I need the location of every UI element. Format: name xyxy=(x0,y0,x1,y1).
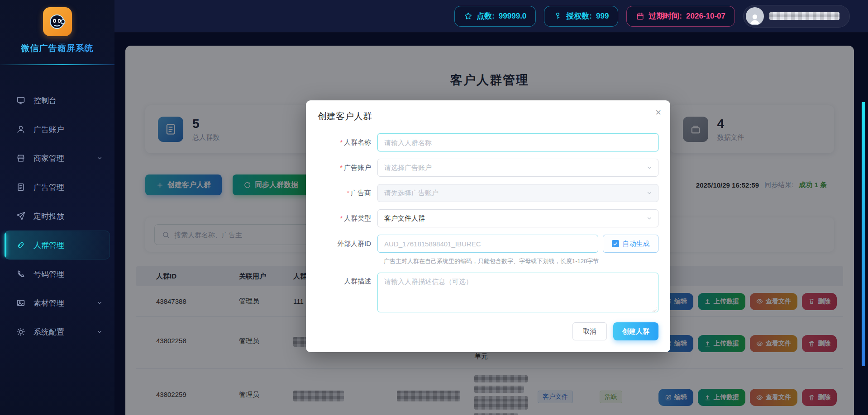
points-badge: 点数: 99999.0 xyxy=(454,6,536,27)
app-title: 微信广告霸屏系统 xyxy=(0,42,114,54)
sidebar-item-label: 广告管理 xyxy=(33,182,64,193)
sidebar-item-number-management[interactable]: 号码管理 xyxy=(5,259,110,288)
auto-generate-toggle[interactable]: 自动生成 xyxy=(603,235,658,253)
field-label: 人群描述 xyxy=(344,277,371,285)
phone-icon xyxy=(16,269,25,278)
image-icon xyxy=(16,298,25,307)
field-external-id: 外部人群ID 自动生成 xyxy=(318,235,658,253)
points-label: 点数: xyxy=(477,11,495,21)
sidebar: 微信广告霸屏系统 控制台 广告账户 商家管理 广告管理 定时投放 人群管理 xyxy=(0,0,114,415)
field-label: 人群名称 xyxy=(344,138,371,146)
person-icon xyxy=(748,12,762,25)
sidebar-item-label: 系统配置 xyxy=(33,327,64,337)
select-placeholder: 请先选择广告账户 xyxy=(384,189,439,198)
field-description: 人群描述 xyxy=(318,273,658,314)
chevron-down-icon xyxy=(96,300,103,306)
gear-icon xyxy=(16,327,25,336)
shop-icon xyxy=(16,154,25,163)
sidebar-item-scheduled-delivery[interactable]: 定时投放 xyxy=(5,202,110,231)
send-icon xyxy=(16,212,25,221)
sidebar-item-material-management[interactable]: 素材管理 xyxy=(5,288,110,317)
calendar-icon xyxy=(636,12,644,20)
sidebar-item-ad-management[interactable]: 广告管理 xyxy=(5,173,110,202)
monitor-icon xyxy=(16,96,25,105)
sidebar-item-label: 号码管理 xyxy=(33,269,64,279)
field-ad-vendor: *广告商 请先选择广告账户 xyxy=(318,184,658,202)
sidebar-item-merchants[interactable]: 商家管理 xyxy=(5,144,110,173)
scrollbar-thumb[interactable] xyxy=(862,102,865,366)
modal-title: 创建客户人群 xyxy=(318,110,658,123)
sidebar-item-label: 控制台 xyxy=(33,95,57,106)
external-id-input[interactable] xyxy=(377,235,598,253)
description-textarea[interactable] xyxy=(377,273,658,312)
sidebar-item-audience-management[interactable]: 人群管理 xyxy=(5,231,110,259)
points-value: 99999.0 xyxy=(499,12,526,21)
sidebar-item-label: 人群管理 xyxy=(33,240,64,250)
app-logo xyxy=(43,7,72,36)
expire-label: 过期时间: xyxy=(649,11,682,21)
chevron-down-icon xyxy=(96,329,103,335)
ad-vendor-select[interactable]: 请先选择广告账户 xyxy=(377,184,658,202)
licenses-badge: 授权数: 999 xyxy=(544,6,618,27)
select-placeholder: 请选择广告账户 xyxy=(384,164,432,172)
chevron-down-icon xyxy=(646,190,653,196)
field-audience-type: *人群类型 客户文件人群 xyxy=(318,209,658,227)
required-mark: * xyxy=(340,138,343,146)
user-menu[interactable] xyxy=(743,5,850,28)
chevron-down-icon xyxy=(96,155,103,161)
audience-link-icon xyxy=(16,241,25,250)
topbar: 点数: 99999.0 授权数: 999 过期时间: 2026-10-07 xyxy=(114,0,868,33)
create-submit-button[interactable]: 创建人群 xyxy=(613,322,658,340)
licenses-value: 999 xyxy=(596,12,609,21)
sidebar-divider xyxy=(0,64,114,65)
star-icon xyxy=(464,12,472,20)
sidebar-item-label: 广告账户 xyxy=(33,124,64,135)
field-ad-account: *广告账户 请选择广告账户 xyxy=(318,159,658,177)
avatar xyxy=(746,7,764,25)
username-redacted xyxy=(769,12,839,20)
robot-logo-icon xyxy=(48,12,67,31)
required-mark: * xyxy=(340,164,343,171)
sidebar-item-label: 商家管理 xyxy=(33,153,64,164)
user-icon xyxy=(16,125,25,134)
audience-type-select[interactable]: 客户文件人群 xyxy=(377,209,658,227)
cancel-button[interactable]: 取消 xyxy=(572,322,607,340)
create-audience-modal: 创建客户人群 × *人群名称 *广告账户 请选择广告账户 *广告商 xyxy=(306,100,670,352)
auto-generate-label: 自动生成 xyxy=(623,240,650,248)
required-mark: * xyxy=(340,214,343,222)
key-icon xyxy=(553,12,562,20)
audience-name-input[interactable] xyxy=(377,133,658,151)
select-value: 客户文件人群 xyxy=(384,214,425,223)
expire-value: 2026-10-07 xyxy=(686,12,725,21)
document-icon xyxy=(16,183,25,192)
sidebar-item-console[interactable]: 控制台 xyxy=(5,86,110,115)
modal-footer: 取消 创建人群 xyxy=(318,322,658,340)
checkbox-checked-icon[interactable] xyxy=(612,240,619,247)
external-id-help: 广告主对人群在自己系统里的编码，只能包含数字、字母或下划线，长度1-128字节 xyxy=(384,257,658,265)
modal-form: *人群名称 *广告账户 请选择广告账户 *广告商 请先选择广告账户 xyxy=(318,133,658,340)
sidebar-menu: 控制台 广告账户 商家管理 广告管理 定时投放 人群管理 号码管理 xyxy=(0,86,114,346)
field-label: 广告商 xyxy=(351,189,371,197)
field-label: 外部人群ID xyxy=(337,240,371,247)
expire-badge: 过期时间: 2026-10-07 xyxy=(626,6,735,27)
field-label: 广告账户 xyxy=(344,164,371,171)
sidebar-item-system-config[interactable]: 系统配置 xyxy=(5,317,110,346)
chevron-down-icon xyxy=(646,215,653,222)
field-audience-name: *人群名称 xyxy=(318,133,658,151)
field-label: 人群类型 xyxy=(344,214,371,222)
sidebar-item-label: 素材管理 xyxy=(33,298,64,308)
sidebar-item-label: 定时投放 xyxy=(33,211,64,222)
sidebar-item-ad-accounts[interactable]: 广告账户 xyxy=(5,115,110,144)
close-icon[interactable]: × xyxy=(655,108,661,118)
ad-account-select[interactable]: 请选择广告账户 xyxy=(377,159,658,177)
licenses-label: 授权数: xyxy=(566,11,592,21)
required-mark: * xyxy=(347,189,349,197)
main-area: 客户人群管理 5 总人群数 4 数据文件 xyxy=(114,33,868,415)
chevron-down-icon xyxy=(646,165,653,171)
